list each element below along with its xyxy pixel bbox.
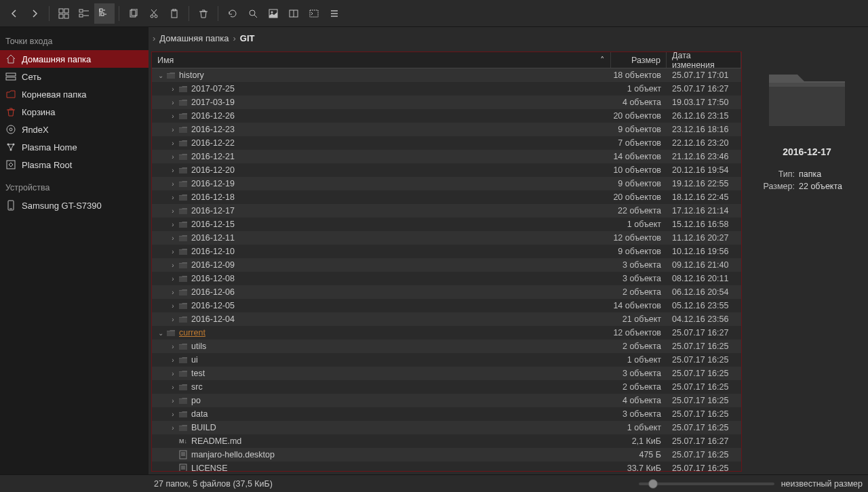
expand-icon[interactable]: ›	[168, 207, 178, 215]
expand-icon[interactable]: ›	[168, 126, 178, 134]
column-size[interactable]: Размер	[611, 52, 667, 68]
file-row[interactable]: ⌄history 18 объектов 25.07.17 17:01	[152, 68, 741, 82]
expand-icon[interactable]: ›	[168, 424, 178, 432]
copy-button[interactable]	[123, 3, 144, 24]
plasma-icon	[5, 142, 16, 152]
expand-icon[interactable]: ›	[168, 221, 178, 228]
expand-icon[interactable]: ›	[168, 289, 178, 296]
delete-button[interactable]	[193, 3, 214, 24]
sidebar-item-plasma[interactable]: Plasma Home	[0, 138, 149, 156]
preview-button[interactable]	[263, 3, 283, 24]
svg-rect-4	[79, 9, 83, 12]
file-row[interactable]: ›2016-12-19 9 объектов 19.12.16 22:55	[152, 177, 741, 190]
file-row[interactable]: ›2016-12-18 20 объектов 18.12.16 22:45	[152, 190, 741, 204]
expand-icon[interactable]: ›	[168, 248, 178, 255]
expand-icon[interactable]: ›	[168, 397, 178, 405]
sidebar-device-item[interactable]: Samsung GT-S7390	[0, 197, 149, 214]
file-row[interactable]: ›2016-12-17 22 объекта 17.12.16 21:14	[152, 204, 741, 218]
search-button[interactable]	[243, 3, 263, 24]
expand-icon[interactable]: ›	[168, 275, 178, 283]
file-row[interactable]: ›2016-12-22 7 объектов 22.12.16 23:20	[152, 136, 741, 150]
expand-icon[interactable]: ⌄	[156, 72, 165, 79]
expand-icon[interactable]	[168, 465, 178, 472]
expand-icon[interactable]: ›	[168, 153, 178, 161]
file-row[interactable]: LICENSE 33,7 КиБ 25.07.17 16:25	[152, 462, 741, 471]
sidebar-item-trash[interactable]: Корзина	[0, 103, 149, 121]
expand-icon[interactable]	[168, 451, 178, 459]
file-row[interactable]: ›ui 1 объект 25.07.17 16:25	[152, 353, 741, 367]
expand-icon[interactable]: ›	[168, 167, 178, 174]
file-row[interactable]: ›2016-12-04 21 объект 04.12.16 23:56	[152, 312, 741, 326]
expand-icon[interactable]: ›	[168, 384, 178, 391]
view-details-button[interactable]	[94, 3, 115, 24]
menu-button[interactable]	[324, 3, 344, 24]
sidebar-item-network[interactable]: Сеть	[0, 68, 149, 85]
file-row[interactable]: ›2016-12-11 12 объектов 11.12.16 20:27	[152, 231, 741, 245]
expand-icon[interactable]: ›	[168, 85, 178, 93]
paste-button[interactable]	[164, 3, 184, 24]
expand-icon[interactable]: ›	[168, 356, 178, 364]
file-size: 9 объектов	[611, 125, 667, 134]
breadcrumb-item[interactable]: GIT	[236, 33, 259, 43]
file-row[interactable]: ›2016-12-05 14 объектов 05.12.16 23:55	[152, 299, 741, 312]
sidebar-item-home[interactable]: Домашняя папка	[0, 50, 149, 68]
breadcrumb-item[interactable]: Домашняя папка	[155, 33, 233, 43]
file-date: 25.07.17 17:01	[667, 70, 741, 80]
expand-icon[interactable]: ⌄	[156, 329, 165, 337]
reload-button[interactable]	[222, 3, 243, 24]
file-row[interactable]: ›2016-12-26 20 объектов 26.12.16 23:15	[152, 109, 741, 123]
expand-icon[interactable]: ›	[168, 234, 178, 242]
expand-icon[interactable]: ›	[168, 140, 178, 147]
file-row[interactable]: ›utils 2 объекта 25.07.17 16:25	[152, 340, 741, 353]
file-row[interactable]: ›2016-12-08 3 объекта 08.12.16 20:11	[152, 272, 741, 285]
file-row[interactable]: ›2016-12-21 14 объектов 21.12.16 23:46	[152, 150, 741, 163]
cut-button[interactable]	[144, 3, 164, 24]
folder-icon	[165, 70, 176, 80]
home-icon	[5, 54, 16, 64]
expand-icon[interactable]: ›	[168, 302, 178, 310]
file-row[interactable]: ›data 3 объекта 25.07.17 16:25	[152, 407, 741, 421]
expand-icon[interactable]: ›	[168, 194, 178, 201]
sidebar-item-yandex[interactable]: ЯndeX	[0, 121, 149, 138]
expand-icon[interactable]: ›	[168, 411, 178, 418]
sidebar-item-root[interactable]: Корневая папка	[0, 85, 149, 103]
file-row[interactable]: ⌄current 12 объектов 25.07.17 16:27	[152, 326, 741, 340]
expand-icon[interactable]: ›	[168, 343, 178, 350]
expand-icon[interactable]: ›	[168, 99, 178, 106]
file-row[interactable]: ›src 2 объекта 25.07.17 16:25	[152, 380, 741, 394]
back-button[interactable]	[4, 3, 24, 24]
svg-rect-2	[59, 14, 63, 18]
column-date[interactable]: Дата изменения	[667, 52, 741, 68]
file-row[interactable]: M↓README.md 2,1 КиБ 25.07.17 16:27	[152, 434, 741, 448]
expand-icon[interactable]: ›	[168, 262, 178, 269]
file-row[interactable]: ›2016-12-06 2 объекта 06.12.16 20:54	[152, 285, 741, 299]
file-list[interactable]: ⌄history 18 объектов 25.07.17 17:01 ›201…	[152, 68, 741, 471]
forward-button[interactable]	[24, 3, 45, 24]
file-row[interactable]: ›2017-03-19 4 объекта 19.03.17 17:50	[152, 96, 741, 109]
file-row[interactable]: ›2016-12-23 9 объектов 23.12.16 18:16	[152, 123, 741, 136]
expand-icon[interactable]	[168, 438, 178, 445]
file-row[interactable]: manjaro-hello.desktop 475 Б 25.07.17 16:…	[152, 448, 741, 462]
file-row[interactable]: ›2016-12-20 10 объектов 20.12.16 19:54	[152, 163, 741, 177]
sidebar-item-plasma-root[interactable]: Plasma Root	[0, 156, 149, 173]
file-row[interactable]: ›po 4 объекта 25.07.17 16:25	[152, 394, 741, 407]
file-row[interactable]: ›test 3 объекта 25.07.17 16:25	[152, 367, 741, 380]
file-row[interactable]: ›2016-12-10 9 объектов 10.12.16 19:56	[152, 245, 741, 258]
view-icons-button[interactable]	[54, 3, 74, 24]
file-row[interactable]: ›2017-07-25 1 объект 25.07.17 16:27	[152, 82, 741, 96]
expand-icon[interactable]: ›	[168, 180, 178, 188]
column-name[interactable]: Имя˄	[152, 52, 611, 68]
file-row[interactable]: ›2016-12-09 3 объекта 09.12.16 21:40	[152, 258, 741, 272]
view-compact-button[interactable]	[74, 3, 94, 24]
expand-icon[interactable]: ›	[168, 370, 178, 377]
svg-line-18	[151, 9, 156, 15]
expand-icon[interactable]: ›	[168, 112, 178, 120]
file-date: 25.07.17 16:25	[667, 355, 741, 365]
file-row[interactable]: ›2016-12-15 1 объект 15.12.16 16:58	[152, 218, 741, 231]
file-row[interactable]: ›BUILD 1 объект 25.07.17 16:25	[152, 421, 741, 434]
file-name: 2016-12-06	[191, 287, 235, 297]
zoom-slider[interactable]	[639, 483, 774, 485]
split-button[interactable]	[283, 3, 304, 24]
terminal-button[interactable]	[304, 3, 324, 24]
expand-icon[interactable]: ›	[168, 316, 178, 323]
